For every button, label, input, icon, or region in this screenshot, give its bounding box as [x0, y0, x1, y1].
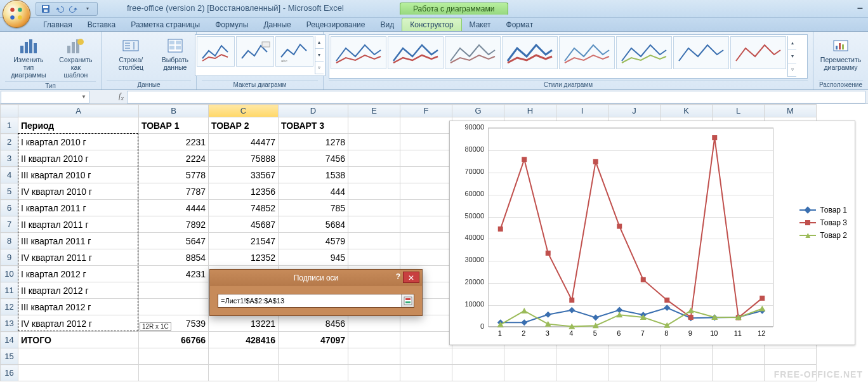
move-chart-button[interactable]: Переместить диаграмму — [818, 34, 864, 72]
row-header[interactable]: 12 — [1, 299, 18, 315]
cell[interactable]: 74852 — [209, 200, 279, 216]
cell[interactable] — [713, 365, 765, 381]
cell[interactable] — [556, 348, 608, 365]
cell[interactable] — [400, 200, 452, 216]
cell[interactable]: III квартал 2012 г — [18, 299, 139, 315]
row-header[interactable]: 5 — [1, 183, 18, 200]
row-header[interactable]: 3 — [1, 150, 18, 167]
cell[interactable] — [139, 365, 209, 381]
cell[interactable]: 45687 — [209, 216, 279, 233]
cell[interactable]: IV квартал 2010 г — [18, 183, 139, 200]
cell[interactable]: 33567 — [209, 167, 279, 183]
cell[interactable]: 47097 — [279, 332, 348, 348]
cell[interactable] — [400, 150, 452, 167]
tab-page-layout[interactable]: Разметка страницы — [123, 18, 207, 31]
dialog-titlebar[interactable]: Подписи оси ? ✕ — [210, 270, 422, 286]
row-header[interactable]: 7 — [1, 216, 18, 233]
cell[interactable]: 444 — [279, 183, 348, 200]
cell[interactable] — [209, 348, 279, 365]
cell[interactable] — [661, 348, 713, 365]
row-header[interactable]: 10 — [1, 266, 18, 282]
cell[interactable] — [608, 365, 661, 381]
cell[interactable]: IV квартал 2012 г — [18, 315, 139, 332]
cell[interactable]: II квартал 2010 г — [18, 150, 139, 167]
column-header[interactable]: D — [279, 105, 348, 117]
gallery-scroll[interactable]: ▴▾▿ — [787, 36, 796, 77]
axis-labels-dialog[interactable]: Подписи оси ? ✕ — [209, 269, 423, 316]
column-header[interactable]: A — [18, 105, 139, 117]
cell[interactable] — [400, 249, 452, 266]
cell[interactable]: I квартал 2012 г — [18, 266, 139, 282]
cell[interactable]: 945 — [279, 249, 348, 266]
cell[interactable] — [452, 348, 504, 365]
tab-insert[interactable]: Вставка — [80, 18, 124, 31]
chart-layouts-gallery[interactable]: abc ▴▾▿ — [195, 34, 326, 76]
cell[interactable] — [400, 117, 452, 134]
cell[interactable]: 12356 — [209, 183, 279, 200]
tab-data[interactable]: Данные — [256, 18, 298, 31]
cell[interactable]: ИТОГО — [18, 332, 139, 348]
style-thumb[interactable] — [730, 36, 786, 69]
cell[interactable]: III квартал 2010 г — [18, 167, 139, 183]
tab-review[interactable]: Рецензирование — [299, 18, 373, 31]
switch-row-column-button[interactable]: Строка/столбец — [107, 34, 155, 72]
cell[interactable] — [348, 183, 400, 200]
cell[interactable]: IV квартал 2011 г — [18, 249, 139, 266]
cell[interactable]: 44477 — [209, 134, 279, 150]
cell[interactable] — [400, 134, 452, 150]
chevron-down-icon[interactable]: ▼ — [81, 94, 86, 100]
cell[interactable] — [18, 365, 139, 381]
cell[interactable] — [661, 365, 713, 381]
cell[interactable] — [400, 216, 452, 233]
cell[interactable] — [348, 233, 400, 249]
cell[interactable] — [765, 348, 817, 365]
cell[interactable]: 4231 — [139, 266, 209, 282]
row-header[interactable]: 6 — [1, 200, 18, 216]
cell[interactable] — [400, 167, 452, 183]
cell[interactable]: 2224 — [139, 150, 209, 167]
cell[interactable] — [400, 332, 452, 348]
cell[interactable] — [348, 134, 400, 150]
cell[interactable]: 428416 — [209, 332, 279, 348]
cell[interactable] — [400, 365, 452, 381]
cell[interactable]: II квартал 2012 г — [18, 282, 139, 299]
tab-design[interactable]: Конструктор — [402, 18, 461, 31]
tab-view[interactable]: Вид — [372, 18, 402, 31]
row-header[interactable]: 8 — [1, 233, 18, 249]
cell[interactable] — [400, 183, 452, 200]
style-thumb[interactable] — [616, 36, 672, 69]
cell[interactable] — [608, 348, 661, 365]
help-icon[interactable]: ? — [396, 272, 400, 281]
row-header[interactable]: 14 — [1, 332, 18, 348]
cell[interactable] — [713, 348, 765, 365]
cell[interactable]: III квартал 2011 г — [18, 233, 139, 249]
cell[interactable]: 7456 — [279, 150, 348, 167]
cell[interactable] — [348, 315, 400, 332]
row-header[interactable]: 15 — [1, 348, 18, 365]
fx-icon[interactable]: fx — [115, 91, 127, 102]
tab-layout[interactable]: Макет — [462, 18, 499, 31]
cell[interactable]: 2231 — [139, 134, 209, 150]
cell[interactable] — [348, 200, 400, 216]
cell[interactable]: ТОВАРТ 3 — [279, 117, 348, 134]
cell[interactable]: 75888 — [209, 150, 279, 167]
cell[interactable] — [279, 365, 348, 381]
cell[interactable]: Период — [18, 117, 139, 134]
cell[interactable]: 8854 — [139, 249, 209, 266]
cell[interactable] — [504, 365, 556, 381]
undo-icon[interactable] — [54, 3, 65, 15]
cell[interactable] — [279, 348, 348, 365]
cell[interactable]: 21547 — [209, 233, 279, 249]
cell[interactable] — [400, 233, 452, 249]
style-thumb[interactable] — [388, 36, 444, 69]
cell[interactable]: 1278 — [279, 134, 348, 150]
cell[interactable] — [400, 348, 452, 365]
cell[interactable]: 4579 — [279, 233, 348, 249]
cell[interactable] — [139, 348, 209, 365]
cell[interactable]: ТОВАР 1 — [139, 117, 209, 134]
cell[interactable]: 5684 — [279, 216, 348, 233]
style-thumb[interactable] — [445, 36, 501, 69]
layout-thumb[interactable]: abc — [275, 36, 313, 67]
tab-home[interactable]: Главная — [36, 18, 80, 31]
cell[interactable]: 5647 — [139, 233, 209, 249]
